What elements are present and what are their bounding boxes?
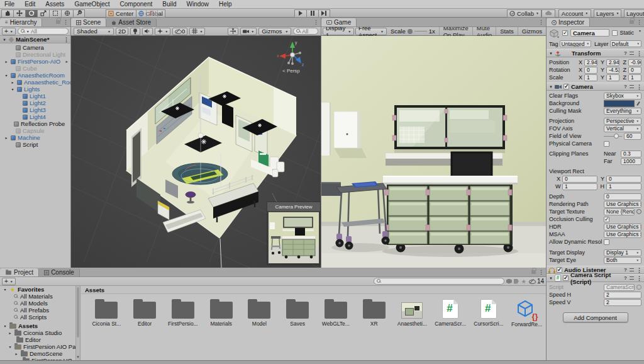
asset-saves[interactable]: Saves [279, 299, 317, 327]
preset-icon[interactable] [630, 276, 634, 280]
menu-build[interactable]: Build [161, 1, 181, 8]
rotation-z-field[interactable]: 0 [628, 67, 641, 74]
scale-tool-button[interactable] [37, 9, 49, 18]
script-enabled-checkbox[interactable] [563, 275, 569, 281]
help-icon[interactable]: ? [624, 267, 627, 273]
hand-tool-button[interactable] [1, 9, 13, 18]
panel-menu-icon[interactable]: ⋮ [313, 19, 318, 25]
favorite-all-prefabs[interactable]: All Prefabs [0, 307, 80, 314]
account-dropdown[interactable]: Account▼ [558, 9, 591, 18]
object-picker-icon[interactable] [636, 285, 641, 290]
hierarchy-item-light2[interactable]: Light2 [0, 100, 70, 106]
prefab-open-arrow[interactable]: ▸ [65, 59, 70, 64]
menu-file[interactable]: File [3, 1, 19, 8]
component-menu-icon[interactable]: ⋮ [636, 275, 641, 282]
position-x-field[interactable]: 2.94 [584, 59, 597, 66]
hierarchy-item-firstperson-aio[interactable]: FirstPerson-AIO▸ [0, 58, 70, 65]
add-component-button[interactable]: Add Component [563, 312, 628, 322]
hierarchy-search[interactable]: ▼ [18, 28, 69, 35]
fov-slider[interactable] [604, 133, 622, 140]
rotation-x-field[interactable]: 0 [584, 67, 597, 74]
asset-camerascript[interactable]: CameraScr... [431, 299, 470, 327]
panel-menu-icon[interactable]: ⋮ [63, 19, 68, 25]
tree-editor[interactable]: Editor [0, 336, 80, 343]
collab-button[interactable]: Collab▼ [507, 9, 541, 18]
occlusion-culling-checkbox[interactable] [604, 217, 609, 222]
viewport-w-field[interactable]: 1 [562, 183, 597, 190]
asset-cursorscript[interactable]: CursorScri... [470, 299, 508, 327]
depth-field[interactable]: 0 [604, 193, 641, 200]
aspect-dropdown[interactable]: Free Aspect▼ [355, 28, 387, 35]
move-tool-button[interactable] [13, 9, 25, 18]
menu-window[interactable]: Window [185, 1, 214, 8]
static-dropdown-caret[interactable]: ▼ [638, 29, 641, 33]
target-eye-dropdown[interactable]: Both [604, 257, 641, 264]
hierarchy-item-lights[interactable]: Lights [0, 86, 70, 93]
cloud-button[interactable] [541, 9, 555, 18]
position-y-field[interactable]: 2.94 [606, 59, 619, 66]
asset-anaesthetic-scene[interactable]: Anaestheti... [393, 299, 431, 327]
tab-game[interactable]: Game [321, 18, 357, 26]
scale-y-field[interactable]: 1 [606, 74, 619, 81]
scene-search-input[interactable] [302, 28, 315, 35]
2d-toggle[interactable]: 2D [116, 28, 128, 35]
script-reference-field[interactable]: CameraScript [604, 284, 635, 291]
panel-menu-icon[interactable]: ⋮ [538, 19, 543, 25]
near-field[interactable]: 0.3 [621, 151, 641, 157]
scene-menu-icon[interactable]: ⋮ [64, 37, 69, 43]
audio-listener-checkbox[interactable] [557, 267, 562, 273]
menu-gameobject[interactable]: GameObject [73, 1, 114, 8]
static-checkbox[interactable] [612, 30, 618, 36]
hierarchy-item-anaestheticroom[interactable]: AnaestheticRoom [0, 72, 70, 79]
package-filter-icon[interactable] [506, 279, 512, 284]
hierarchy-item-directional-light[interactable]: Directional Light [0, 51, 70, 58]
help-icon[interactable]: ? [624, 275, 627, 281]
object-picker-icon[interactable] [636, 209, 641, 214]
projection-dropdown[interactable]: Perspective [604, 118, 641, 125]
asset-editor[interactable]: Editor [126, 299, 164, 327]
snap-button[interactable] [146, 9, 158, 18]
hierarchy-item-reflection-probe[interactable]: Reflection Probe [0, 120, 70, 127]
camera-component-header[interactable]: ▼ Camera ?⋮ [547, 82, 644, 91]
hierarchy-item-anaaesthetic-room[interactable]: Anaaesthetic_Room [0, 79, 70, 86]
tree-firstpersion-aio-pack[interactable]: FirstPersion AIO Pack [0, 343, 80, 350]
lock-icon[interactable] [56, 20, 60, 24]
persp-label[interactable]: < Persp [282, 68, 300, 74]
tree-scrollbar[interactable]: ▼ [75, 286, 80, 360]
scale-x-field[interactable]: 1 [584, 74, 597, 81]
lock-icon[interactable] [630, 20, 634, 24]
viewport-x-field[interactable]: 0 [562, 176, 597, 183]
position-z-field[interactable]: -0.96 [628, 59, 641, 66]
tag-dropdown[interactable]: Untagged [560, 40, 591, 47]
tree-ciconia-studio[interactable]: Ciconia Studio [0, 329, 80, 336]
asset-webgl[interactable]: WebGLTe... [317, 299, 355, 327]
hierarchy-item-cube[interactable]: Cube [0, 65, 70, 72]
help-icon[interactable]: ? [624, 84, 627, 89]
tool-settings-button[interactable] [228, 28, 238, 35]
scene-camera-settings[interactable]: ▼ [240, 28, 257, 35]
effects-dropdown[interactable]: ▼ [155, 28, 170, 35]
scale-z-field[interactable]: 1 [628, 74, 641, 81]
hierarchy-item-light4[interactable]: Light4 [0, 113, 70, 120]
component-menu-icon[interactable]: ⋮ [636, 50, 641, 57]
hierarchy-item-light3[interactable]: Light3 [0, 106, 70, 113]
layout-dropdown[interactable]: Layout▼ [624, 9, 644, 18]
expand-arrow[interactable] [2, 37, 7, 42]
assets-root[interactable]: Assets [0, 322, 80, 329]
asset-xr[interactable]: XR [355, 299, 393, 327]
hidden-count-button[interactable]: 14 [529, 278, 544, 285]
rotation-y-field[interactable]: -4.529 [606, 67, 619, 74]
custom-tool-button[interactable] [73, 9, 85, 18]
speed-h-field[interactable]: 2 [604, 292, 641, 299]
project-search-input[interactable] [382, 278, 501, 285]
hierarchy-search-input[interactable] [31, 28, 65, 35]
project-search[interactable] [374, 278, 504, 285]
play-button[interactable] [294, 9, 306, 18]
target-texture-field[interactable]: None (Render Text… [604, 208, 635, 215]
favorites-filter-icon[interactable] [521, 278, 527, 285]
hierarchy-item-script[interactable]: Script [0, 141, 70, 148]
tab-inspector[interactable]: Inspector [547, 18, 590, 26]
tree-demoscene[interactable]: DemoScene [0, 350, 80, 357]
stats-button[interactable]: Stats [496, 27, 518, 35]
favorite-all-scripts[interactable]: All Scripts [0, 314, 80, 321]
